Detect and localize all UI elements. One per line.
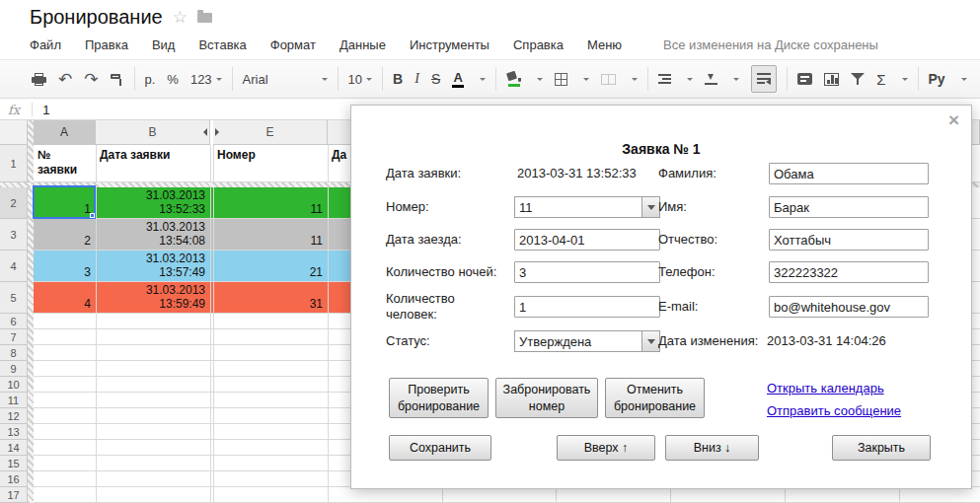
- row-header-12[interactable]: 12: [0, 408, 28, 424]
- horizontal-align-icon[interactable]: [658, 74, 671, 84]
- menu-edit[interactable]: Правка: [85, 37, 128, 52]
- select-arrow-icon[interactable]: [641, 331, 659, 351]
- document-title[interactable]: Бронирование: [30, 6, 163, 29]
- hidden-columns-right-icon[interactable]: [215, 128, 223, 136]
- patronymic-input[interactable]: [769, 229, 929, 251]
- row-header-11[interactable]: 11: [0, 393, 28, 408]
- up-button[interactable]: Вверх ↑: [557, 435, 655, 461]
- star-icon[interactable]: ☆: [173, 9, 188, 26]
- book-room-button[interactable]: Забронировать номер: [495, 378, 598, 418]
- menu-view[interactable]: Вид: [152, 37, 176, 52]
- font-family-select[interactable]: Arial: [243, 72, 268, 87]
- persons-input[interactable]: [514, 296, 660, 318]
- fill-color-button[interactable]: [506, 71, 521, 87]
- checkin-input[interactable]: [514, 229, 660, 251]
- phone-input[interactable]: [769, 261, 929, 283]
- filter-icon[interactable]: [851, 73, 865, 85]
- cell-b5[interactable]: 31.03.201313:59:49: [96, 282, 209, 313]
- corner-header[interactable]: [0, 120, 28, 145]
- surname-input[interactable]: [769, 163, 929, 184]
- menu-tools[interactable]: Инструменты: [410, 37, 490, 52]
- menu-format[interactable]: Формат: [270, 37, 316, 52]
- vertical-align-icon[interactable]: [705, 73, 717, 85]
- firstname-input[interactable]: [769, 196, 929, 218]
- open-calendar-link[interactable]: Открыть календарь: [767, 381, 884, 395]
- email-input[interactable]: [769, 296, 929, 318]
- row-header-15[interactable]: 15: [0, 456, 28, 471]
- row-header-9[interactable]: 9: [0, 361, 28, 377]
- menu-help[interactable]: Справка: [513, 37, 564, 52]
- cell-f1[interactable]: Да: [328, 145, 350, 181]
- font-size-select[interactable]: 10: [348, 72, 372, 87]
- borders-icon[interactable]: [555, 73, 567, 86]
- row-header-4[interactable]: 4: [0, 251, 28, 282]
- row-header-6[interactable]: 6: [0, 314, 28, 329]
- menu-custom[interactable]: Меню: [587, 37, 622, 52]
- status-select[interactable]: Утверждена: [514, 330, 660, 352]
- cell-a1[interactable]: № заявки: [34, 145, 95, 181]
- menu-data[interactable]: Данные: [339, 37, 386, 52]
- print-icon[interactable]: [32, 73, 46, 86]
- comment-icon[interactable]: [797, 73, 812, 85]
- select-arrow-icon[interactable]: [641, 197, 659, 217]
- room-label: Номер:: [386, 199, 509, 215]
- undo-icon[interactable]: ↶: [58, 71, 72, 88]
- menu-file[interactable]: Файл: [30, 37, 61, 52]
- folder-icon[interactable]: [197, 13, 212, 23]
- row-header-13[interactable]: 13: [0, 424, 28, 440]
- formula-input[interactable]: 1: [42, 103, 49, 117]
- cell-e4[interactable]: 21: [213, 251, 327, 281]
- redo-icon[interactable]: ↷: [84, 71, 98, 88]
- chart-icon[interactable]: [824, 73, 839, 86]
- cell-e5[interactable]: 31: [213, 282, 327, 313]
- check-booking-button[interactable]: Проверить бронирование: [389, 378, 489, 418]
- nights-input[interactable]: [514, 261, 660, 283]
- number-format-button[interactable]: 123: [190, 72, 222, 87]
- close-icon[interactable]: ×: [948, 109, 959, 131]
- cell-a3[interactable]: 2: [34, 219, 95, 250]
- save-button[interactable]: Сохранить: [389, 435, 491, 461]
- send-message-link[interactable]: Отправить сообщение: [767, 403, 901, 418]
- cell-a5[interactable]: 4: [34, 282, 95, 313]
- cell-e2[interactable]: 11: [213, 187, 327, 218]
- row-header-7[interactable]: 7: [0, 329, 28, 345]
- row-header-1[interactable]: 1: [0, 145, 28, 182]
- strikethrough-button[interactable]: S: [431, 71, 440, 87]
- chevron-down-icon: [537, 78, 543, 84]
- row-header-16[interactable]: 16: [0, 471, 28, 487]
- room-select[interactable]: 11: [514, 196, 660, 218]
- paint-format-icon[interactable]: [111, 73, 124, 86]
- row-header-5[interactable]: 5: [0, 282, 28, 314]
- row-header-14[interactable]: 14: [0, 440, 28, 456]
- down-button[interactable]: Вниз ↓: [665, 435, 759, 461]
- column-header-e[interactable]: E: [213, 120, 328, 145]
- cell-b2[interactable]: 31.03.201313:52:33: [96, 187, 209, 218]
- fill-handle[interactable]: [90, 213, 95, 218]
- row-header-17[interactable]: 17: [0, 487, 28, 503]
- functions-button[interactable]: Σ: [876, 71, 885, 88]
- italic-button[interactable]: I: [415, 71, 419, 87]
- row-header-2[interactable]: 2: [0, 187, 28, 219]
- column-header-b[interactable]: B: [96, 120, 210, 145]
- currency-format-button[interactable]: р.: [145, 72, 156, 87]
- percent-format-button[interactable]: %: [167, 72, 179, 87]
- cell-b4[interactable]: 31.03.201313:57:49: [96, 251, 209, 281]
- column-header-a[interactable]: A: [34, 120, 96, 145]
- row-header-3[interactable]: 3: [0, 219, 28, 251]
- cancel-booking-button[interactable]: Отменить бронирование: [605, 378, 705, 418]
- text-wrap-button[interactable]: [751, 65, 777, 93]
- menu-insert[interactable]: Вставка: [198, 37, 246, 52]
- row-header-10[interactable]: 10: [0, 377, 28, 393]
- cell-b1[interactable]: Дата заявки: [96, 145, 209, 181]
- text-color-button[interactable]: A: [452, 71, 464, 88]
- custom-menu-button[interactable]: Py: [929, 71, 945, 87]
- cell-b3[interactable]: 31.03.201313:54:08: [96, 219, 209, 250]
- cell-e1[interactable]: Номер: [213, 145, 327, 181]
- row-header-8[interactable]: 8: [0, 345, 28, 361]
- hidden-columns-left-icon[interactable]: [199, 128, 207, 136]
- cell-e3[interactable]: 11: [213, 219, 327, 250]
- request-date-label: Дата заявки:: [386, 166, 509, 181]
- cell-a4[interactable]: 3: [34, 251, 95, 281]
- close-button[interactable]: Закрыть: [832, 435, 931, 461]
- bold-button[interactable]: B: [393, 71, 403, 87]
